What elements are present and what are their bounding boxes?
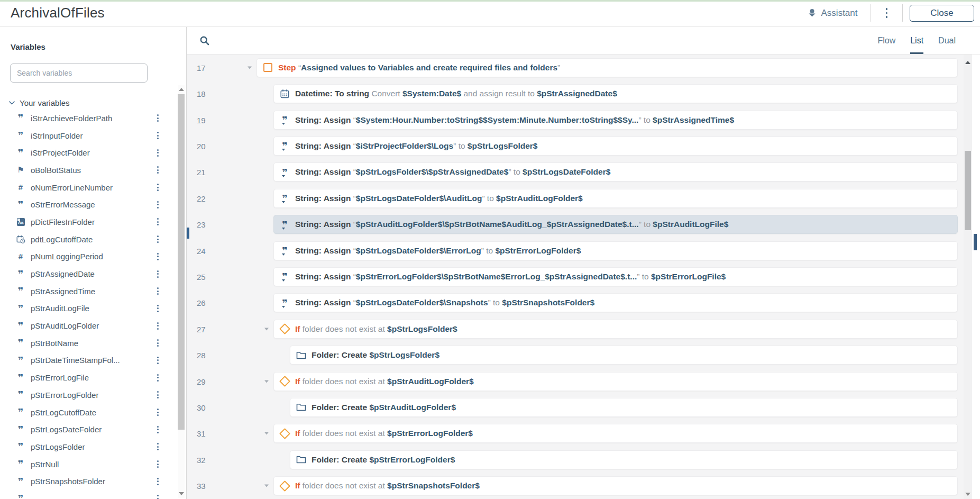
step-text: to — [487, 194, 496, 203]
step-card[interactable]: ❞String: Assign “$pStrLogsFolder$\$pStrA… — [273, 162, 958, 182]
step-row-21: 21❞String: Assign “$pStrLogsFolder$\$pSt… — [187, 159, 972, 185]
variable-kebab-button[interactable] — [155, 355, 160, 366]
step-card[interactable]: ❞String: Assign “$pStrLogsDateFolder$\Au… — [273, 189, 958, 208]
variable-kebab-button[interactable] — [155, 130, 160, 141]
tab-list[interactable]: List — [910, 27, 923, 54]
variable-row[interactable]: ❞pStrLogsDateFolder — [0, 421, 178, 438]
collapse-chevron-icon[interactable] — [264, 485, 269, 487]
step-card[interactable]: ❞String: Assign “$pStrLogsDateFolder$\Er… — [273, 241, 958, 260]
step-card[interactable]: Step “Assigned values to Variables and c… — [257, 58, 958, 77]
variable-kebab-button[interactable] — [155, 148, 160, 158]
step-card[interactable]: Folder: Create $pStrLogsFolder$ — [290, 346, 958, 365]
collapse-chevron-icon[interactable] — [264, 380, 269, 383]
string-variable-icon: ❞ — [15, 375, 26, 381]
variable-row[interactable]: ❞pStrErrorLogFile — [0, 369, 178, 386]
variable-row[interactable]: ❞pStrLogsFolder — [0, 438, 178, 456]
step-text: $pStrSnapshotsFolder$ — [502, 298, 594, 307]
tab-flow[interactable]: Flow — [877, 27, 895, 54]
variable-kebab-button[interactable] — [155, 251, 160, 262]
variable-row[interactable]: ❞pStrErrorLogFolder — [0, 386, 178, 404]
collapse-chevron-icon[interactable] — [264, 432, 269, 435]
step-card[interactable]: ❞String: Assign “$pStrErrorLogFolder$\$p… — [273, 267, 958, 286]
variable-name: oNumErrorLineNumber — [31, 183, 113, 192]
variable-kebab-button[interactable] — [155, 493, 160, 499]
variable-kebab-button[interactable] — [155, 424, 160, 435]
variable-row[interactable]: ❞pStrAssignedDate — [0, 265, 178, 283]
variable-kebab-button[interactable] — [155, 407, 160, 418]
step-card[interactable]: If folder does not exist at $pStrSnapsho… — [273, 476, 958, 495]
variable-row[interactable]: #pNumLoggingPeriod — [0, 248, 178, 266]
variable-kebab-button[interactable] — [155, 165, 160, 175]
scroll-down-icon[interactable] — [179, 492, 184, 495]
step-text: $pStrAuditLogFolder$ — [369, 403, 456, 412]
step-card[interactable]: ❞String: Assign “$pStrLogsDateFolder$\Sn… — [273, 293, 958, 312]
variable-kebab-button[interactable] — [155, 286, 160, 296]
step-card[interactable]: Folder: Create $pStrAuditLogFolder$ — [290, 398, 958, 417]
variable-kebab-button[interactable] — [155, 113, 160, 123]
variables-search-input[interactable] — [10, 63, 148, 83]
step-text: to — [642, 272, 651, 282]
variable-kebab-button[interactable] — [155, 459, 160, 469]
variable-row[interactable]: ❞pStrAuditLogFolder — [0, 317, 178, 334]
sidebar-scrollbar[interactable] — [178, 85, 185, 498]
variable-row[interactable]: pdtLogCutoffDate — [0, 231, 178, 248]
assistant-button[interactable]: Assistant — [808, 8, 858, 19]
step-text: If — [295, 377, 303, 386]
variable-row[interactable]: ❞iStrInputFolder — [0, 127, 178, 144]
step-text: ” — [639, 220, 644, 229]
variable-row-partial[interactable]: ❞ — [0, 490, 178, 499]
variable-row[interactable]: ❞pStrAssignedTime — [0, 283, 178, 300]
collapse-chevron-icon[interactable] — [248, 66, 252, 69]
variable-row[interactable]: AapDictFilesInFolder — [0, 213, 178, 231]
variable-kebab-button[interactable] — [155, 182, 160, 193]
variable-row[interactable]: ❞iStrProjectFolder — [0, 144, 178, 161]
variable-row[interactable]: ❞pStrAuditLogFile — [0, 300, 178, 317]
step-card[interactable]: ❞String: Assign “$iStrProjectFolder$\Log… — [273, 137, 958, 156]
scroll-up-icon[interactable] — [179, 88, 184, 91]
variable-row[interactable]: ⚑oBolBotStatus — [0, 161, 178, 179]
variable-name: pStrLogCutoffDate — [31, 408, 96, 417]
variable-row[interactable]: ❞iStrArchieveFolderPath — [0, 110, 178, 127]
variable-kebab-button[interactable] — [155, 389, 160, 400]
variable-row[interactable]: ❞pStrLogCutoffDate — [0, 404, 178, 421]
variable-kebab-button[interactable] — [155, 199, 160, 210]
variable-kebab-button[interactable] — [155, 338, 160, 348]
variable-row[interactable]: ❞oStrErrorMessage — [0, 196, 178, 213]
variable-name: pStrLogsFolder — [31, 442, 85, 451]
variable-row[interactable]: ❞pStrSnapshotsFolder — [0, 473, 178, 490]
variable-row[interactable]: ❞pStrBotName — [0, 334, 178, 352]
step-card[interactable]: ❞String: Assign “$System:Hour.Number:toS… — [273, 111, 958, 130]
step-card[interactable]: Datetime: To string Convert $System:Date… — [273, 84, 958, 103]
close-button[interactable]: Close — [910, 5, 974, 22]
if-diamond-icon — [279, 430, 290, 438]
header-kebab-button[interactable] — [884, 6, 890, 20]
step-card[interactable]: If folder does not exist at $pStrLogsFol… — [273, 320, 958, 339]
variable-kebab-button[interactable] — [155, 321, 160, 331]
step-card[interactable]: If folder does not exist at $pStrAuditLo… — [273, 372, 958, 391]
your-variables-label: Your variables — [20, 98, 70, 107]
step-text: String: Assign — [295, 298, 353, 307]
variable-kebab-button[interactable] — [155, 476, 160, 487]
sidebar-scrollbar-thumb[interactable] — [178, 94, 185, 430]
variable-row[interactable]: ❞pStrDateTimeStampFol... — [0, 352, 178, 369]
tab-dual[interactable]: Dual — [938, 27, 956, 54]
variable-kebab-button[interactable] — [155, 269, 160, 279]
variable-kebab-button[interactable] — [155, 234, 160, 244]
variable-kebab-button[interactable] — [155, 441, 160, 452]
step-card[interactable]: Folder: Create $pStrErrorLogFolder$ — [290, 450, 958, 469]
step-card[interactable]: If folder does not exist at $pStrErrorLo… — [273, 424, 958, 443]
variable-kebab-button[interactable] — [155, 216, 160, 227]
variable-row[interactable]: #oNumErrorLineNumber — [0, 179, 178, 196]
step-card[interactable]: ❞String: Assign “$pStrAuditLogFolder$\$p… — [273, 215, 958, 234]
variable-row[interactable]: ❞pStrNull — [0, 456, 178, 473]
search-icon[interactable] — [199, 35, 210, 46]
selection-marker-left — [187, 228, 189, 239]
collapse-chevron-icon[interactable] — [264, 328, 269, 330]
line-number: 30 — [197, 403, 206, 412]
step-text: to — [644, 115, 653, 125]
variable-kebab-button[interactable] — [155, 303, 160, 314]
string-assign-icon: ❞ — [279, 195, 290, 201]
variable-kebab-button[interactable] — [155, 373, 160, 383]
step-text: ” — [488, 298, 493, 307]
your-variables-group[interactable]: Your variables — [9, 98, 70, 107]
